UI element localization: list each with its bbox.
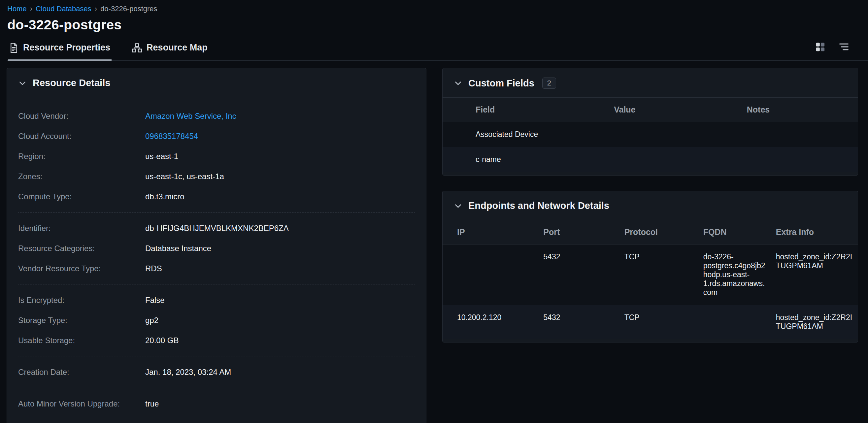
endpoints-header: Endpoints and Network Details <box>442 191 858 220</box>
column-header-notes: Notes <box>742 98 858 122</box>
tab-resource-properties[interactable]: Resource Properties <box>8 42 112 61</box>
filter-list-icon[interactable] <box>839 42 849 53</box>
detail-row: Resource Categories: Database Instance <box>18 238 415 258</box>
detail-row: Creation Date: Jan. 18, 2023, 03:24 AM <box>18 362 415 382</box>
section-title: Custom Fields <box>468 78 534 89</box>
detail-value: us-east-1 <box>145 152 178 161</box>
table-row[interactable]: 5432 TCP do-3226-postgres.c4go8jb2hodp.u… <box>442 245 858 305</box>
grid-view-icon[interactable] <box>815 42 825 53</box>
table-row[interactable]: 10.200.2.120 5432 TCP hosted_zone_id:Z2R… <box>442 305 858 339</box>
detail-row: Zones: us-east-1c, us-east-1a <box>18 166 415 187</box>
column-header-fqdn: FQDN <box>698 220 771 245</box>
cell-extra-info: hosted_zone_id:Z2R2ITUGPM61AM <box>771 305 858 339</box>
column-header-protocol: Protocol <box>619 220 698 245</box>
detail-row: Usable Storage: 20.00 GB <box>18 330 415 350</box>
endpoints-table: IP Port Protocol FQDN Extra Info 5432 TC… <box>442 220 858 339</box>
chevron-down-icon[interactable] <box>18 79 27 88</box>
table-row[interactable]: Associated Device <box>442 122 858 147</box>
detail-label: Vendor Resource Type: <box>18 264 145 273</box>
detail-label: Usable Storage: <box>18 336 145 345</box>
endpoints-panel: Endpoints and Network Details IP Port Pr… <box>442 191 858 343</box>
cloud-vendor-link[interactable]: Amazon Web Service, Inc <box>145 111 236 121</box>
detail-row: Storage Type: gp2 <box>18 310 415 330</box>
detail-value: 20.00 GB <box>145 336 179 345</box>
cell-port: 5432 <box>538 305 619 339</box>
group-divider <box>18 284 415 285</box>
detail-value: Database Instance <box>145 244 211 253</box>
cell-notes <box>742 122 858 147</box>
detail-label: Zones: <box>18 172 145 181</box>
custom-fields-count-badge: 2 <box>542 77 556 89</box>
group-divider <box>18 356 415 356</box>
breadcrumb-current: do-3226-postgres <box>100 5 157 13</box>
detail-row: Cloud Account: 096835178454 <box>18 126 415 146</box>
detail-row: Vendor Resource Type: RDS <box>18 258 415 279</box>
tab-label: Resource Properties <box>23 42 110 53</box>
detail-label: Compute Type: <box>18 192 145 201</box>
detail-label: Cloud Vendor: <box>18 111 145 121</box>
page-header: Home › Cloud Databases › do-3226-postgre… <box>0 0 868 61</box>
detail-row: Compute Type: db.t3.micro <box>18 187 415 206</box>
document-icon <box>9 43 19 53</box>
breadcrumb: Home › Cloud Databases › do-3226-postgre… <box>7 5 868 13</box>
cloud-account-link[interactable]: 096835178454 <box>145 132 198 141</box>
detail-row: Identifier: db-HFIJG4BHJEMVBLKMXNK2BEP6Z… <box>18 218 415 238</box>
custom-fields-panel: Custom Fields 2 Field Value Notes Associ… <box>442 68 858 175</box>
cell-field: Associated Device <box>442 122 609 147</box>
detail-label: Resource Categories: <box>18 244 145 253</box>
cell-field: c-name <box>442 147 609 172</box>
tab-resource-map[interactable]: Resource Map <box>131 42 209 61</box>
detail-label: Auto Minor Version Upgrade: <box>18 399 145 409</box>
resource-details-panel: Resource Details Cloud Vendor: Amazon We… <box>7 68 426 423</box>
table-row[interactable]: c-name <box>442 147 858 172</box>
sitemap-icon <box>132 43 142 53</box>
cell-protocol: TCP <box>619 305 698 339</box>
detail-value: true <box>145 399 159 409</box>
chevron-down-icon[interactable] <box>454 79 462 88</box>
cell-fqdn <box>698 305 771 339</box>
custom-fields-table: Field Value Notes Associated Device c-na <box>442 98 858 172</box>
cell-value <box>609 122 742 147</box>
cell-ip: 10.200.2.120 <box>442 305 538 339</box>
cell-value <box>609 147 742 172</box>
detail-label: Storage Type: <box>18 316 145 325</box>
detail-value: RDS <box>145 264 162 273</box>
detail-value: Jan. 18, 2023, 03:24 AM <box>145 367 231 377</box>
custom-fields-header: Custom Fields 2 <box>442 68 858 98</box>
detail-row: Cloud Vendor: Amazon Web Service, Inc <box>18 106 415 126</box>
section-title: Endpoints and Network Details <box>468 200 609 211</box>
detail-label: Identifier: <box>18 224 145 233</box>
tab-label: Resource Map <box>147 42 208 53</box>
cell-ip <box>442 245 538 305</box>
tabs-bar: Resource Properties Resource Map <box>7 42 868 61</box>
breadcrumb-cloud-databases-link[interactable]: Cloud Databases <box>36 5 91 13</box>
column-header-ip: IP <box>442 220 538 245</box>
chevron-down-icon[interactable] <box>454 202 462 210</box>
custom-fields-table-wrap: Field Value Notes Associated Device c-na <box>442 98 858 175</box>
group-divider <box>18 388 415 388</box>
view-controls <box>815 42 849 53</box>
detail-value: us-east-1c, us-east-1a <box>145 172 224 181</box>
cell-notes <box>742 147 858 172</box>
detail-value: False <box>145 296 165 305</box>
detail-label: Cloud Account: <box>18 132 145 141</box>
detail-value: db-HFIJG4BHJEMVBLKMXNK2BEP6ZA <box>145 224 289 233</box>
breadcrumb-home-link[interactable]: Home <box>7 5 27 13</box>
group-divider <box>18 212 415 213</box>
detail-row: Region: us-east-1 <box>18 146 415 166</box>
detail-value: gp2 <box>145 316 158 325</box>
detail-row: Auto Minor Version Upgrade: true <box>18 394 415 414</box>
column-header-field: Field <box>442 98 609 122</box>
column-header-port: Port <box>538 220 619 245</box>
right-column: Custom Fields 2 Field Value Notes Associ… <box>442 68 858 343</box>
section-title: Resource Details <box>33 77 110 89</box>
breadcrumb-separator: › <box>95 5 97 13</box>
cell-extra-info: hosted_zone_id:Z2R2ITUGPM61AM <box>771 245 858 305</box>
resource-details-header: Resource Details <box>7 68 426 97</box>
content-area: Resource Details Cloud Vendor: Amazon We… <box>0 61 868 423</box>
breadcrumb-separator: › <box>30 5 32 13</box>
table-header-row: Field Value Notes <box>442 98 858 122</box>
cell-fqdn: do-3226-postgres.c4go8jb2hodp.us-east-1.… <box>698 245 771 305</box>
detail-value: db.t3.micro <box>145 192 185 201</box>
detail-label: Creation Date: <box>18 367 145 377</box>
